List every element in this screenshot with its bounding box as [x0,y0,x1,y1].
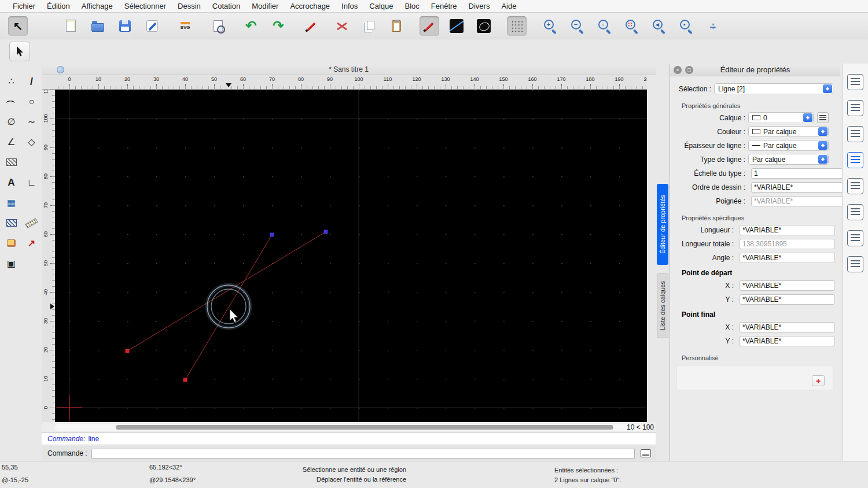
color-swatch [752,129,760,134]
close-panel-button[interactable]: × [674,66,682,74]
circle-tool[interactable]: ○ [21,92,42,111]
total-length-label: Longueur totale : [670,240,737,248]
modify-shape-tool[interactable] [1,234,21,253]
menu-item[interactable]: Accrochage [284,2,336,10]
zoom-previous-button[interactable]: ◂ [649,16,668,36]
layer-menu-button[interactable] [817,112,829,123]
command-options-icon[interactable] [641,449,651,457]
angle-input[interactable] [740,253,835,263]
explode-tool[interactable]: ↗ [21,234,42,253]
select-button[interactable]: ↖ [8,16,28,36]
line-type-combo[interactable]: Par calque [748,154,829,165]
library-panel-icon[interactable] [847,100,863,116]
grid-status: 10 < 100 [627,423,654,431]
paste-button[interactable] [387,16,406,36]
cut-button[interactable] [332,16,352,36]
zoom-out-button[interactable]: − [567,16,587,36]
order-tool[interactable] [1,213,21,232]
delete-button[interactable] [301,16,321,36]
command-input[interactable] [91,449,635,459]
menu-item[interactable]: Modifier [246,2,284,10]
measure-tool[interactable] [21,213,42,232]
add-custom-property-button[interactable]: + [812,375,825,386]
document-title: * Sans titre 1 [329,65,369,73]
chevron-updown-icon [818,141,827,150]
filter-panel-icon[interactable] [847,178,863,194]
arc-tool[interactable]: ( [1,92,21,111]
save-button[interactable] [115,16,135,36]
ruler-label: 30 [153,76,159,82]
clipboard-panel-icon[interactable] [847,256,863,272]
selection-combo[interactable]: Ligne [2] [714,83,833,94]
end-x-input[interactable] [740,322,835,332]
text-tool[interactable]: A [1,173,21,192]
solid-tool[interactable]: ▣ [1,254,21,273]
line-width-combo[interactable]: Par calque [748,140,829,151]
open-file-button[interactable] [88,16,108,36]
horizontal-scrollbar-thumb[interactable] [116,425,613,430]
redo-button[interactable]: ↷ [269,16,288,36]
custom-properties-box: + [676,365,833,390]
color-combo[interactable]: Par calque [748,126,829,137]
print-preview-button[interactable] [208,16,228,36]
ellipse-attributes-button[interactable] [474,16,494,36]
map-panel-icon[interactable] [847,204,863,220]
cube-panel-icon[interactable] [847,74,863,90]
selection-pointer-button[interactable] [9,42,30,61]
total-length-input[interactable] [740,239,835,249]
end-y-input[interactable] [740,336,835,346]
zoom-auto-button[interactable]: ▫ [594,16,614,36]
tab-property-editor[interactable]: Éditeur de propriétés [657,184,668,265]
menu-item[interactable]: Affichage [76,2,119,10]
menu-item[interactable]: Cotation [207,2,246,10]
start-x-input[interactable] [740,280,835,291]
pen-button[interactable] [420,16,439,36]
line-tool[interactable]: / [21,72,42,91]
menu-item[interactable]: Sélectionner [119,2,172,10]
menu-bar: Fichier Édition Affichage Sélectionner D… [0,0,868,13]
undock-panel-button[interactable]: □ [685,66,693,74]
points-tool[interactable]: ∴ [1,72,21,91]
handle-input[interactable] [751,196,847,206]
outline-panel-icon[interactable] [847,230,863,246]
menu-item[interactable]: Dessin [172,2,207,10]
menu-item[interactable]: Bloc [399,2,425,10]
draw-order-input[interactable] [751,182,847,193]
menu-item[interactable]: Aide [495,2,522,10]
grid-toggle-button[interactable] [507,16,527,36]
zoom-pan-button[interactable]: ↔ [703,16,723,36]
page-panel-icon[interactable] [847,126,863,142]
menu-item[interactable]: Fichier [7,2,41,10]
drawing-canvas[interactable] [55,90,647,422]
zoom-window-button[interactable]: ▪ [676,16,696,36]
zoom-in-button[interactable]: + [540,16,560,36]
spline-tool[interactable]: ∼ [21,112,42,131]
new-document-button[interactable] [61,16,80,36]
layer-combo[interactable]: 0 [748,112,814,123]
tab-layer-list[interactable]: Liste des calques [657,273,668,338]
menu-item[interactable]: Divers [463,2,496,10]
start-y-input[interactable] [740,294,835,305]
list-panel-icon[interactable] [847,152,863,168]
right-button-hint: Déplacer l'entité ou la référence [290,476,406,483]
polyline-tool[interactable]: ∠ [1,132,21,151]
menu-item[interactable]: Infos [336,2,363,10]
menu-item[interactable]: Édition [41,2,76,10]
length-input[interactable] [740,225,835,235]
type-scale-input[interactable] [751,168,847,179]
dimension-tool[interactable]: ∟ [21,173,42,192]
menu-item[interactable]: Calque [363,2,399,10]
export-svg-button[interactable]: SVG [175,16,195,36]
hatch-tool[interactable] [1,153,21,172]
line-attributes-button[interactable] [447,16,466,36]
undo-button[interactable]: ↶ [241,16,261,36]
drawing-area[interactable] [55,90,647,422]
zoom-redraw-button[interactable]: ∷ [621,16,641,36]
ruler-label: 130 [441,76,450,82]
copy-button[interactable] [359,16,379,36]
ellipse-tool[interactable]: ∅ [1,112,21,131]
image-tool[interactable]: ▦ [1,193,21,212]
save-as-button[interactable] [142,16,162,36]
menu-item[interactable]: Fenêtre [425,2,463,10]
polygon-tool[interactable]: ◇ [21,132,42,151]
